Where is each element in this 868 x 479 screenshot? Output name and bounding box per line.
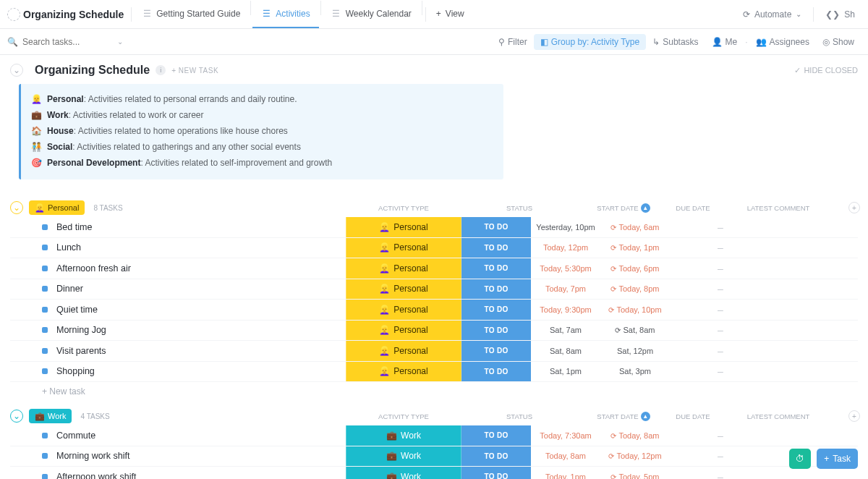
info-icon[interactable]: i (156, 65, 166, 75)
group-by-button[interactable]: ◧Group by: Activity Type (534, 34, 647, 50)
cell-status[interactable]: TO DO (461, 425, 531, 446)
col-activity-type[interactable]: ACTIVITY TYPE (346, 204, 461, 212)
col-start-date[interactable]: START DATE▲ (589, 412, 658, 421)
cell-status[interactable]: TO DO (461, 467, 531, 479)
due-date[interactable]: ⟳Today, 6am (600, 223, 670, 232)
latest-comment-cell[interactable]: – (670, 304, 771, 315)
start-date[interactable]: Today, 5:30pm (531, 264, 600, 273)
due-date[interactable]: Sat, 12pm (600, 347, 670, 355)
due-date[interactable]: ⟳Today, 10pm (600, 305, 670, 314)
due-date[interactable]: ⟳Sat, 8am (600, 326, 670, 334)
cell-activity-type[interactable]: 👱‍♀️Personal (346, 321, 461, 341)
cell-activity-type[interactable]: 👱‍♀️Personal (346, 238, 461, 258)
nav-view-getting-started-guide[interactable]: ☰Getting Started Guide (133, 1, 249, 28)
cell-activity-type[interactable]: 👱‍♀️Personal (346, 258, 461, 279)
cell-activity-type[interactable]: 👱‍♀️Personal (346, 341, 461, 361)
task-name[interactable]: Bed time (56, 222, 346, 232)
latest-comment-cell[interactable]: – (670, 345, 771, 357)
add-column-button[interactable]: + (848, 202, 860, 213)
collapse-group-button[interactable]: ⌄ (10, 201, 23, 214)
cell-status[interactable]: TO DO (461, 300, 531, 320)
task-row[interactable]: Visit parents👱‍♀️PersonalTO DOSat, 8amSa… (10, 341, 858, 362)
start-date[interactable]: Today, 7:30am (531, 431, 600, 440)
due-date[interactable]: ⟳Today, 12pm (600, 452, 670, 460)
task-row[interactable]: Afternoon work shift💼WorkTO DOToday, 1pm… (10, 467, 858, 479)
start-date[interactable]: Sat, 8am (531, 347, 600, 355)
due-date[interactable]: ⟳Today, 6pm (600, 264, 670, 273)
latest-comment-cell[interactable]: – (670, 450, 771, 462)
latest-comment-cell[interactable]: – (670, 242, 771, 253)
latest-comment-cell[interactable]: – (670, 221, 771, 233)
col-latest-comment[interactable]: LATEST COMMENT (728, 412, 829, 420)
cell-status[interactable]: TO DO (461, 362, 531, 382)
status-dot[interactable] (42, 368, 48, 374)
automate-button[interactable]: ⟳ Automate ⌄ (737, 7, 807, 22)
task-row[interactable]: Afternoon fresh air👱‍♀️PersonalTO DOToda… (10, 258, 858, 279)
col-status[interactable]: STATUS (485, 412, 554, 420)
new-task-button[interactable]: + NEW TASK (171, 67, 218, 75)
latest-comment-cell[interactable]: – (670, 283, 771, 294)
add-view-button[interactable]: + View (427, 1, 473, 28)
task-row[interactable]: Morning work shift💼WorkTO DOToday, 8am⟳T… (10, 446, 858, 467)
task-row[interactable]: Lunch👱‍♀️PersonalTO DOToday, 12pm⟳Today,… (10, 238, 858, 259)
cell-activity-type[interactable]: 👱‍♀️Personal (346, 362, 461, 382)
share-button[interactable]: ❮❯ Sh (820, 7, 861, 22)
cell-activity-type[interactable]: 💼Work (346, 425, 461, 446)
search-input-wrap[interactable]: 🔍 ⌄ (7, 37, 123, 47)
cell-status[interactable]: TO DO (461, 279, 531, 300)
search-input[interactable] (22, 37, 102, 47)
start-date[interactable]: Today, 9:30pm (531, 305, 600, 314)
cell-status[interactable]: TO DO (461, 321, 531, 341)
due-date[interactable]: ⟳Today, 1pm (600, 243, 670, 252)
task-name[interactable]: Quiet time (56, 305, 346, 315)
subtasks-button[interactable]: ↳Subtasks (646, 34, 705, 50)
latest-comment-cell[interactable]: – (670, 263, 771, 274)
collapse-list-button[interactable]: ⌄ (10, 64, 23, 77)
filter-button[interactable]: ⚲Filter (492, 34, 534, 50)
new-task-row[interactable]: + New task (10, 382, 858, 401)
task-row[interactable]: Bed time👱‍♀️PersonalTO DOYesterday, 10pm… (10, 217, 858, 238)
start-date[interactable]: Today, 12pm (531, 243, 600, 252)
task-name[interactable]: Afternoon fresh air (56, 263, 346, 274)
latest-comment-cell[interactable]: – (670, 430, 771, 441)
due-date[interactable]: Sat, 3pm (600, 367, 670, 376)
task-row[interactable]: Commute💼WorkTO DOToday, 7:30am⟳Today, 8a… (10, 425, 858, 446)
nav-view-activities[interactable]: ☰Activities (252, 1, 318, 28)
cell-status[interactable]: TO DO (461, 217, 531, 237)
col-latest-comment[interactable]: LATEST COMMENT (728, 204, 829, 212)
status-dot[interactable] (42, 348, 48, 354)
task-row[interactable]: Shopping👱‍♀️PersonalTO DOSat, 1pmSat, 3p… (10, 362, 858, 383)
show-button[interactable]: ◎Show (816, 34, 861, 50)
task-row[interactable]: Quiet time👱‍♀️PersonalTO DOToday, 9:30pm… (10, 300, 858, 321)
task-name[interactable]: Morning work shift (56, 451, 346, 461)
add-column-button[interactable]: + (848, 410, 860, 422)
group-pill-personal[interactable]: 👱‍♀️Personal (29, 200, 85, 215)
cell-status[interactable]: TO DO (461, 258, 531, 279)
due-date[interactable]: ⟳Today, 5pm (600, 472, 670, 479)
col-start-date[interactable]: START DATE▲ (589, 203, 658, 213)
due-date[interactable]: ⟳Today, 8pm (600, 284, 670, 293)
record-button[interactable]: ⏱ (789, 449, 811, 469)
cell-activity-type[interactable]: 💼Work (346, 446, 461, 467)
collapse-group-button[interactable]: ⌄ (10, 410, 23, 423)
start-date[interactable]: Sat, 7am (531, 326, 600, 334)
assignees-button[interactable]: 👥Assignees (749, 34, 816, 50)
cell-activity-type[interactable]: 💼Work (346, 467, 461, 479)
col-due-date[interactable]: DUE DATE (658, 412, 728, 420)
task-row[interactable]: Dinner👱‍♀️PersonalTO DOToday, 7pm⟳Today,… (10, 279, 858, 300)
latest-comment-cell[interactable]: – (670, 471, 771, 479)
status-dot[interactable] (42, 433, 48, 438)
latest-comment-cell[interactable]: – (670, 365, 771, 377)
latest-comment-cell[interactable]: – (670, 324, 771, 336)
me-button[interactable]: 👤Me (705, 34, 744, 50)
col-status[interactable]: STATUS (485, 204, 554, 212)
col-activity-type[interactable]: ACTIVITY TYPE (346, 412, 461, 420)
status-dot[interactable] (42, 307, 48, 313)
status-dot[interactable] (42, 474, 48, 479)
start-date[interactable]: Today, 7pm (531, 284, 600, 293)
cell-status[interactable]: TO DO (461, 446, 531, 467)
task-name[interactable]: Morning Jog (56, 325, 346, 335)
col-due-date[interactable]: DUE DATE (658, 204, 728, 212)
task-name[interactable]: Lunch (56, 242, 346, 253)
task-name[interactable]: Dinner (56, 284, 346, 294)
